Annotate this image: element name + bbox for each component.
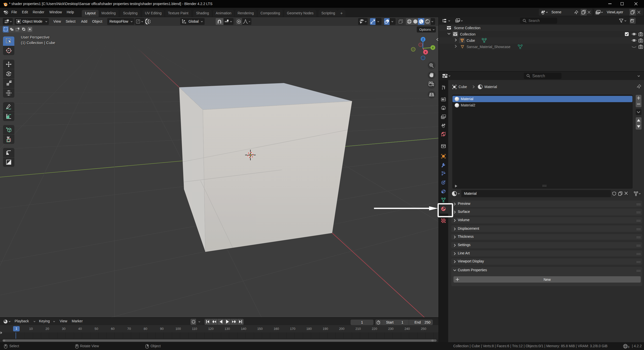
- svg-text:Z: Z: [422, 38, 424, 41]
- svg-text:Y: Y: [432, 46, 434, 49]
- svg-text:X: X: [425, 51, 427, 54]
